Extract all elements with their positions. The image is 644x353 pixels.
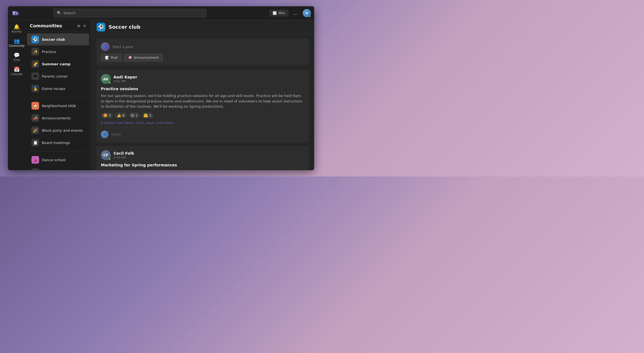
sidebar-item-activity[interactable]: 🔔 Activity <box>10 22 24 35</box>
communities-actions: ≡ + <box>77 23 86 28</box>
hoa-group: 🏠 Neighborhood HOA 📣 Announcements 🎉 Blo… <box>25 98 91 150</box>
compose-placeholder[interactable]: Start a post <box>112 45 133 49</box>
reaction-hug-count: 5 <box>149 113 151 117</box>
reaction-laugh-count: 1 <box>135 113 138 117</box>
rehearsals-icon: 🎵 <box>31 168 39 170</box>
community-item-practice[interactable]: ✨ Practice <box>27 46 89 58</box>
sidebar-item-chat[interactable]: 💬 Chat <box>10 51 24 64</box>
activity-icon: 🔔 <box>14 24 20 29</box>
community-item-parents-corner[interactable]: ❤️ Parents corner <box>27 70 89 82</box>
dance-school-icon: 💃 <box>31 156 39 164</box>
add-community-icon[interactable]: + <box>83 23 86 28</box>
community-item-summer-camp[interactable]: 🌈 Summer camp <box>27 58 89 70</box>
community-item-soccer-club[interactable]: ⚽ Soccer club <box>27 33 89 45</box>
post-card-2: CF Cecil Folk 9:30 AM Marketing for Spri… <box>97 146 309 170</box>
post-avatar-1: AK <box>101 74 111 84</box>
rehearsals-name: Rehearsals <box>42 170 85 170</box>
reaction-hug[interactable]: 🤗 5 <box>141 113 153 118</box>
announcement-button[interactable]: 📢 Announcement <box>124 54 163 61</box>
reaction-thumbs-count: 8 <box>122 113 124 117</box>
reaction-thumbs[interactable]: 👍 8 <box>115 113 127 118</box>
community-item-rehearsals[interactable]: 🎵 Rehearsals <box>27 166 89 170</box>
header-search: 🔍 Search <box>53 9 206 17</box>
user-avatar[interactable]: U <box>303 9 311 17</box>
soccer-club-group: ⚽ Soccer club ✨ Practice 🌈 Summer camp ❤… <box>25 32 91 96</box>
svg-text:T: T <box>13 11 15 15</box>
chat-icon: 💬 <box>14 53 20 58</box>
app-window: T T 🔍 Search ⬜ Mini ... U <box>8 6 314 170</box>
activity-label: Activity <box>11 30 22 33</box>
block-party-icon: 🎉 <box>31 127 39 134</box>
compose-row: 👤 Start a post <box>101 42 304 51</box>
online-dot-1 <box>108 81 111 84</box>
neighborhood-hoa-icon: 🏠 <box>31 102 39 110</box>
post-title-2: Marketing for Spring performances <box>101 163 304 167</box>
reaction-fire[interactable]: 🤩 3 <box>101 113 113 118</box>
announcements-icon: 📣 <box>31 114 39 122</box>
community-item-dance-school[interactable]: 💃 Dance school <box>27 154 89 166</box>
post-author-1: Aadi Kapor <box>113 75 137 79</box>
community-item-board-meetings[interactable]: 📋 Board meetings <box>27 137 89 149</box>
soccer-club-name: Soccer club <box>42 37 85 42</box>
parents-corner-name: Parents corner <box>42 74 85 78</box>
mini-button[interactable]: ⬜ Mini <box>270 10 288 16</box>
channel-icon: ⚽ <box>97 23 105 31</box>
communities-title: Communities <box>30 23 77 28</box>
post-card-1: AK Aadi Kapor 4:41 PM Practice sessions … <box>97 70 309 143</box>
reaction-laugh-emoji: 😄 <box>131 113 135 117</box>
announcement-label: Announcement <box>134 56 159 60</box>
channel-header: ⚽ Soccer club <box>91 20 314 34</box>
header-right: ⬜ Mini ... U <box>270 9 311 17</box>
compose-buttons: 📝 Post 📢 Announcement <box>101 54 304 61</box>
reaction-fire-count: 3 <box>109 113 111 117</box>
search-icon: 🔍 <box>57 11 61 15</box>
community-item-announcements[interactable]: 📣 Announcements <box>27 112 89 124</box>
post-meta-1: Aadi Kapor 4:41 PM <box>113 75 137 83</box>
header: T T 🔍 Search ⬜ Mini ... U <box>8 6 314 20</box>
dance-school-name: Dance school <box>42 158 85 162</box>
teams-logo: T T <box>11 9 20 17</box>
post-time-1: 4:41 PM <box>113 80 137 83</box>
channel-title: Soccer club <box>109 24 141 30</box>
community-icon: 👥 <box>14 39 20 43</box>
reply-placeholder-1[interactable]: Reply <box>111 132 121 136</box>
sidebar-item-calendar[interactable]: 📅 Calendar <box>10 65 24 78</box>
reaction-laugh[interactable]: 😄 1 <box>129 113 140 118</box>
announcement-icon: 📢 <box>128 56 132 60</box>
board-meetings-icon: 📋 <box>31 139 39 146</box>
community-item-game-recaps[interactable]: 🥇 Game recaps <box>27 83 89 95</box>
filter-icon[interactable]: ≡ <box>77 23 80 28</box>
mini-label: Mini <box>278 11 285 15</box>
post-icon: 📝 <box>105 56 109 60</box>
post-author-2: Cecil Folk <box>113 151 134 155</box>
game-recaps-icon: 🥇 <box>31 85 39 92</box>
announcements-name: Announcements <box>42 116 85 120</box>
game-recaps-name: Game recaps <box>42 87 85 91</box>
chat-label: Chat <box>13 58 20 61</box>
post-button[interactable]: 📝 Post <box>101 54 122 61</box>
post-replies-1[interactable]: 8 replies from Mona, Colin, Kayo, and ot… <box>101 121 304 125</box>
more-button[interactable]: ... <box>291 9 300 17</box>
community-item-block-party[interactable]: 🎉 Block party and events <box>27 124 89 136</box>
svg-text:T: T <box>16 12 18 15</box>
community-label: Community <box>9 44 25 47</box>
divider-1 <box>30 97 86 97</box>
post-label: Post <box>111 56 118 60</box>
calendar-icon: 📅 <box>14 67 20 72</box>
summer-camp-icon: 🌈 <box>31 60 39 68</box>
search-bar[interactable]: 🔍 Search <box>53 9 206 17</box>
community-item-neighborhood-hoa[interactable]: 🏠 Neighborhood HOA <box>27 100 89 112</box>
practice-name: Practice <box>42 50 85 54</box>
main-content: 🔔 Activity 👥 Community 💬 Chat 📅 Calendar… <box>8 20 314 170</box>
online-status <box>309 15 311 17</box>
post-header-2: CF Cecil Folk 9:30 AM <box>101 150 304 160</box>
sidebar-item-community[interactable]: 👥 Community <box>10 36 24 49</box>
post-meta-2: Cecil Folk 9:30 AM <box>113 151 134 159</box>
dance-school-group: 💃 Dance school 🎵 Rehearsals 📱 Performanc… <box>25 152 91 170</box>
post-area[interactable]: 👤 Start a post 📝 Post 📢 Announcement <box>91 34 314 170</box>
summer-camp-name: Summer camp <box>42 62 85 66</box>
search-placeholder: Search <box>63 11 76 15</box>
community-list: ⚽ Soccer club ✨ Practice 🌈 Summer camp ❤… <box>25 32 91 170</box>
neighborhood-hoa-name: Neighborhood HOA <box>42 104 85 108</box>
reply-row-1: 👤 Reply <box>101 128 304 138</box>
